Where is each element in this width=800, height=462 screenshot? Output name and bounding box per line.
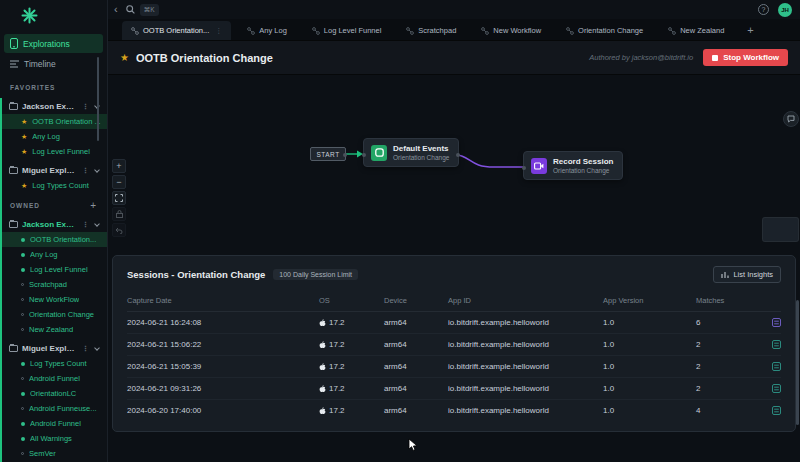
chevron-down-icon[interactable] bbox=[94, 221, 100, 227]
stopped-status-dot bbox=[21, 328, 24, 331]
session-row[interactable]: 2024-06-20 17:40:00 17.2 arm64 io.bitdri… bbox=[127, 400, 781, 421]
canvas-minimap[interactable] bbox=[762, 217, 799, 242]
input-port[interactable] bbox=[522, 166, 526, 170]
session-row[interactable]: 2024-06-21 15:06:22 17.2 arm64 io.bitdri… bbox=[127, 334, 781, 356]
owned-item-orientationlc[interactable]: OrientationLC bbox=[2, 386, 107, 401]
node-record-session[interactable]: Record Session Orientation Change bbox=[523, 151, 623, 180]
bitdrift-logo-icon bbox=[21, 7, 38, 24]
folder-jackson-explorations-fav[interactable]: Jackson Explor... ⋮ bbox=[2, 98, 107, 114]
running-status-dot bbox=[21, 238, 25, 242]
fav-item-ootb-orientation[interactable]: ★ OOTB Orientation ... bbox=[2, 114, 107, 129]
workflow-icon bbox=[481, 27, 489, 35]
phone-icon bbox=[10, 38, 18, 49]
owned-item-new-workflow[interactable]: New WorkFlow bbox=[2, 292, 107, 307]
stop-workflow-button[interactable]: Stop Workflow bbox=[703, 49, 788, 66]
fit-view-button[interactable] bbox=[112, 191, 126, 205]
fit-view-icon bbox=[115, 194, 123, 202]
tab-new-workflow[interactable]: New Workflow bbox=[472, 21, 550, 40]
star-icon: ★ bbox=[21, 133, 27, 140]
app-logo[interactable] bbox=[0, 0, 107, 34]
undo-button[interactable] bbox=[112, 223, 126, 237]
tab-scratchpad[interactable]: Scratchpad bbox=[397, 21, 465, 40]
owned-item-android-funnel-1[interactable]: Android Funnel bbox=[2, 371, 107, 386]
output-port[interactable] bbox=[343, 153, 347, 157]
tab-log-level-funnel[interactable]: Log Level Funnel bbox=[303, 21, 391, 40]
undo-arrow-icon bbox=[115, 227, 123, 234]
new-tab-button[interactable]: + bbox=[740, 20, 760, 40]
session-row[interactable]: 2024-06-21 09:31:26 17.2 arm64 io.bitdri… bbox=[127, 378, 781, 400]
session-detail-icon[interactable] bbox=[772, 362, 781, 371]
owned-item-ootb-orientation[interactable]: OOTB Orientation... bbox=[2, 232, 107, 247]
sidebar: Explorations Timeline FAVORITES Jackson … bbox=[0, 0, 108, 462]
output-port[interactable] bbox=[456, 153, 460, 157]
owned-item-log-level-funnel[interactable]: Log Level Funnel bbox=[2, 262, 107, 277]
workflow-icon bbox=[247, 27, 255, 35]
search-button[interactable]: ⌘K bbox=[122, 2, 163, 18]
owned-item-scratchpad[interactable]: Scratchpad bbox=[2, 277, 107, 292]
stopped-status-dot bbox=[21, 377, 24, 380]
workflow-icon bbox=[312, 27, 320, 35]
fav-item-any-log[interactable]: ★ Any Log bbox=[2, 129, 107, 144]
kebab-icon[interactable]: ⋮ bbox=[82, 345, 89, 353]
kebab-icon[interactable]: ⋮ bbox=[82, 103, 89, 111]
apple-icon bbox=[319, 385, 326, 393]
running-status-dot bbox=[21, 422, 25, 426]
owned-item-android-funnel-2[interactable]: Android Funnel bbox=[2, 416, 107, 431]
session-detail-icon[interactable] bbox=[772, 406, 781, 415]
owned-item-semver[interactable]: SemVer bbox=[2, 446, 107, 461]
main-area: ‹ ⌘K ? JH OOTB Orientation... ⋮ bbox=[108, 0, 800, 462]
session-row[interactable]: 2024-06-21 16:24:08 17.2 arm64 io.bitdri… bbox=[127, 312, 781, 334]
owned-item-all-warnings[interactable]: All Warnings bbox=[2, 431, 107, 446]
collapse-sidebar-button[interactable]: ‹ bbox=[110, 4, 122, 15]
sidebar-item-label: Timeline bbox=[24, 59, 56, 69]
apple-icon bbox=[319, 407, 326, 415]
search-icon bbox=[126, 5, 135, 14]
sidebar-scrollbar[interactable] bbox=[97, 57, 99, 141]
tab-any-log[interactable]: Any Log bbox=[238, 21, 296, 40]
list-insights-button[interactable]: List Insights bbox=[713, 266, 781, 283]
tab-bar: OOTB Orientation... ⋮ Any Log Log Level … bbox=[108, 19, 800, 41]
session-detail-icon[interactable] bbox=[772, 340, 781, 349]
folder-miguel-explorations-owned[interactable]: Miguel Explorati... ⋮ bbox=[2, 340, 107, 356]
tab-ootb-orientation[interactable]: OOTB Orientation... ⋮ bbox=[122, 21, 231, 40]
tab-orientation-change[interactable]: Orientation Change bbox=[557, 21, 652, 40]
user-avatar[interactable]: JH bbox=[778, 3, 792, 17]
page-title: OOTB Orientation Change bbox=[136, 52, 273, 64]
sidebar-tree: Jackson Explor... ⋮ ★ OOTB Orientation .… bbox=[0, 98, 107, 462]
chevron-down-icon[interactable] bbox=[94, 167, 100, 173]
owned-item-new-zealand[interactable]: New Zealand bbox=[2, 322, 107, 337]
main-scrollbar[interactable] bbox=[796, 300, 799, 425]
fav-item-log-types-count[interactable]: ★ Log Types Count bbox=[2, 178, 107, 193]
fav-item-log-level-funnel[interactable]: ★ Log Level Funnel bbox=[2, 144, 107, 159]
session-detail-icon[interactable] bbox=[772, 384, 781, 393]
node-default-events[interactable]: Default Events Orientation Change bbox=[363, 138, 459, 167]
tab-kebab-icon[interactable]: ⋮ bbox=[215, 27, 222, 35]
chevron-down-icon[interactable] bbox=[94, 345, 100, 351]
workflow-canvas[interactable]: + − START bbox=[108, 75, 800, 462]
help-button[interactable]: ? bbox=[758, 4, 769, 15]
add-workflow-button[interactable]: + bbox=[90, 203, 97, 209]
folder-miguel-explorations-fav[interactable]: Miguel Explorati... ⋮ bbox=[2, 162, 107, 178]
favorite-star-icon[interactable]: ★ bbox=[120, 52, 129, 63]
lock-icon bbox=[116, 210, 123, 218]
zoom-out-button[interactable]: − bbox=[112, 175, 126, 189]
zoom-in-button[interactable]: + bbox=[112, 159, 126, 173]
sidebar-item-timeline[interactable]: Timeline bbox=[4, 55, 103, 73]
lock-button[interactable] bbox=[112, 207, 126, 221]
owned-item-any-log[interactable]: Any Log bbox=[2, 247, 107, 262]
comments-button[interactable] bbox=[783, 111, 799, 127]
record-session-icon bbox=[531, 158, 547, 174]
input-port[interactable] bbox=[362, 153, 366, 157]
owned-item-android-funneuse[interactable]: Android Funneuse... bbox=[2, 401, 107, 416]
folder-jackson-explorations-owned[interactable]: Jackson Explor... ⋮ bbox=[2, 216, 107, 232]
owned-item-log-types-count[interactable]: Log Types Count bbox=[2, 356, 107, 371]
owned-item-orientation-change[interactable]: Orientation Change bbox=[2, 307, 107, 322]
start-node[interactable]: START bbox=[310, 147, 346, 161]
sidebar-item-explorations[interactable]: Explorations bbox=[4, 34, 103, 53]
session-detail-icon[interactable] bbox=[772, 318, 781, 327]
session-row[interactable]: 2024-06-21 15:05:39 17.2 arm64 io.bitdri… bbox=[127, 356, 781, 378]
tab-new-zealand[interactable]: New Zealand bbox=[659, 21, 733, 40]
kebab-icon[interactable]: ⋮ bbox=[82, 167, 89, 175]
workflow-icon bbox=[406, 27, 414, 35]
kebab-icon[interactable]: ⋮ bbox=[82, 221, 89, 229]
